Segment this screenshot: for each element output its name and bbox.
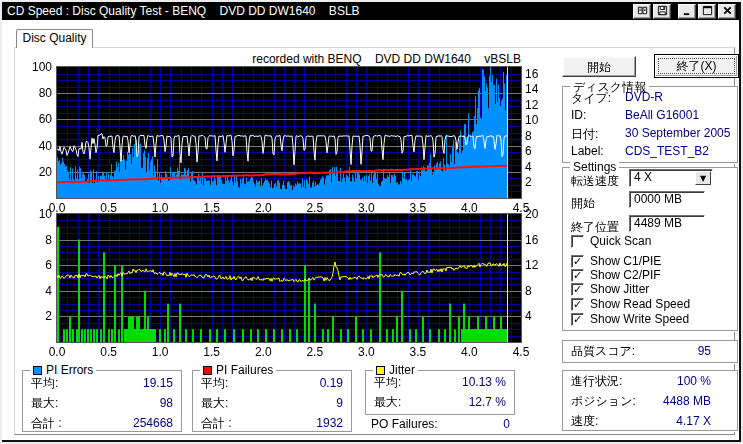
maximize-button[interactable] [698,4,716,19]
save-button[interactable] [653,4,671,19]
show-write-speed-checkbox-icon[interactable]: ✓ [571,313,584,326]
jitter-legend: Jitter [373,363,418,377]
window-title: CD Speed : Disc Quality Test - BENQ DVD … [7,4,360,18]
speed-row: 速度:4.17 X [563,411,737,431]
quality-score-value: 95 [698,341,711,362]
pie-chart-plot [56,66,522,199]
jitter-color-swatch [376,366,385,375]
checkbox-quick-scan[interactable]: Quick Scan [571,234,651,248]
position-row: ポジション:4488 MB [563,391,737,411]
tab-disc-quality[interactable]: Disc Quality [16,29,93,48]
disc-info-group: ディスク情報 タイプ:DVD-R ID:BeAll G16001 日付:30 S… [562,86,738,163]
jitter-box: Jitter 平均:10.13 % 最大:12.7 % [365,370,515,415]
pi-failures-total-label: 合計 : [201,413,232,433]
pi-failures-max-value: 9 [336,393,343,413]
title-bar[interactable]: CD Speed : Disc Quality Test - BENQ DVD … [2,2,739,20]
exit-button[interactable]: 終了(X) [654,54,739,78]
speed-combobox-value: 4 X [634,170,652,184]
disc-id-value: BeAll G16001 [625,108,699,122]
pif-jitter-chart-canvas [57,214,521,342]
progress-row: 進行状況:100 % [563,371,737,391]
jitter-max-label: 最大: [374,392,401,412]
chevron-down-icon[interactable]: ▼ [695,171,711,185]
disc-type-label: タイプ: [571,91,611,105]
show-c1-pie-checkbox-icon[interactable]: ✓ [571,255,584,268]
exit-button-label: 終了(X) [677,59,717,73]
checkbox-show-write-speed[interactable]: ✓Show Write Speed [571,312,689,326]
pi-errors-total-label: 合計 : [31,413,62,433]
close-icon [722,4,733,19]
disc-label-value: CDS_TEST_B2 [625,144,709,158]
quality-score-label: 品質スコア: [571,341,635,362]
show-c2-pif-checkbox-icon[interactable]: ✓ [571,269,584,282]
copy-icon [637,4,648,19]
recorded-with-caption: recorded with BENQ DVD DD DW1640 vBSLB [150,52,521,66]
close-button[interactable] [718,4,736,19]
quality-score-row: 品質スコア: 95 [563,341,737,362]
start-button-label: 開始 [587,60,611,74]
pi-errors-avg-value: 19.15 [143,373,173,393]
minimize-button[interactable] [678,4,696,19]
checkbox-show-c2-pif[interactable]: ✓Show C2/PIF [571,268,661,282]
disc-type-row: タイプ:DVD-R [571,90,611,107]
disc-label-row: Label:CDS_TEST_B2 [571,144,604,158]
disc-id-row: ID:BeAll G16001 [571,108,586,122]
show-read-speed-label: Show Read Speed [590,297,690,311]
disc-label-label: Label: [571,144,604,158]
start-pos-value: 0000 MB [634,192,682,206]
progress-box: 進行状況:100 % ポジション:4488 MB 速度:4.17 X [562,370,738,431]
pif-jitter-chart-plot [56,213,522,343]
pie-chart-canvas [57,67,521,198]
progress-value: 100 % [677,371,711,391]
pi-failures-total-value: 1932 [316,413,343,433]
show-jitter-checkbox-icon[interactable]: ✓ [571,283,584,296]
start-pos-input[interactable]: 0000 MB [629,191,705,208]
position-label: ポジション: [571,391,636,411]
show-c1-pie-label: Show C1/PIE [590,254,661,268]
checkbox-show-c1-pie[interactable]: ✓Show C1/PIE [571,254,661,268]
pi-failures-box: PI Failures 平均:0.19 最大:9 合計 :1932 [192,370,352,432]
pi-errors-box: PI Errors 平均:19.15 最大:98 合計 :254668 [22,370,182,432]
jitter-max-row: 最大:12.7 % [366,392,514,412]
progress-label: 進行状況: [571,371,622,391]
copy-button[interactable] [633,4,651,19]
pi-errors-max-label: 最大: [31,393,58,413]
speed-row-label: 速度: [571,411,598,431]
minimize-icon [682,4,693,19]
checkbox-show-read-speed[interactable]: ✓Show Read Speed [571,297,690,311]
speed-combobox[interactable]: 4 X ▼ [629,169,713,187]
speed-row-value: 4.17 X [676,411,711,431]
titlebar-buttons [633,2,736,20]
quick-scan-checkbox-icon[interactable] [571,235,584,248]
po-failures-row: PO Failures: 0 [371,417,510,431]
maximize-icon [702,4,713,19]
pi-errors-legend: PI Errors [30,363,96,377]
tab-label: Disc Quality [22,31,86,45]
disc-date-value: 30 September 2005 [625,126,730,140]
speed-label: 転送速度 [571,173,619,190]
end-pos-value: 4489 MB [634,216,682,230]
pi-errors-max-value: 98 [160,393,173,413]
pi-failures-title: PI Failures [216,363,273,377]
show-read-speed-checkbox-icon[interactable]: ✓ [571,298,584,311]
pi-failures-avg-value: 0.19 [320,373,343,393]
start-pos-label: 開始 [571,195,595,212]
pi-failures-max-label: 最大: [201,393,228,413]
show-jitter-label: Show Jitter [590,282,649,296]
disc-type-value: DVD-R [625,90,663,104]
position-value: 4488 MB [663,391,711,411]
pi-errors-total-row: 合計 :254668 [23,413,181,433]
save-icon [657,4,668,19]
checkbox-show-jitter[interactable]: ✓Show Jitter [571,282,649,296]
end-pos-input[interactable]: 4489 MB [629,215,705,232]
quick-scan-label: Quick Scan [590,234,651,248]
pi-failures-legend: PI Failures [200,363,276,377]
quality-score-box: 品質スコア: 95 [562,340,738,363]
start-button[interactable]: 開始 [562,56,636,77]
settings-title: Settings [570,160,619,174]
pi-failures-color-swatch [203,366,212,375]
pi-failures-total-row: 合計 :1932 [193,413,351,433]
po-failures-label: PO Failures: [371,417,438,431]
pi-errors-total-value: 254668 [133,413,173,433]
show-c2-pif-label: Show C2/PIF [590,268,661,282]
